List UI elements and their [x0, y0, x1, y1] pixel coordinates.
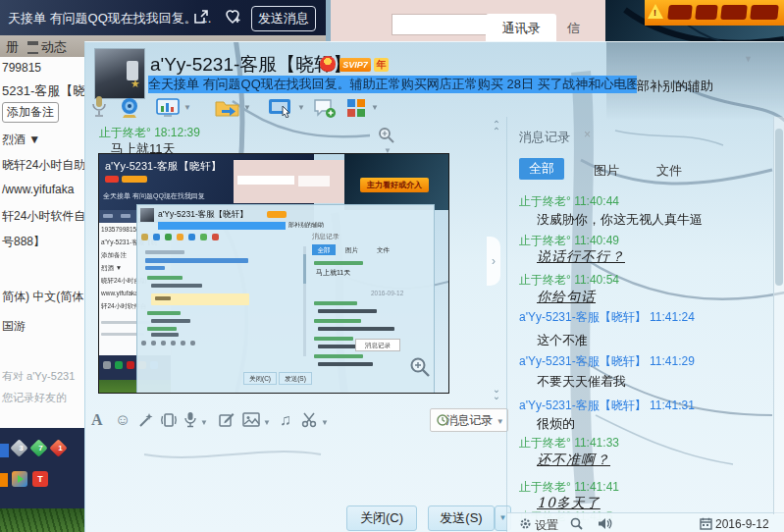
history-button-label: 消息记录	[445, 413, 493, 427]
signature-selected-text[interactable]: 全天接单 有问题QQ现在找我回复。辅助正常购买网店正常购买 28日 买了战神和心…	[148, 76, 637, 93]
apps-grid-icon[interactable]	[346, 98, 366, 118]
tab-info-partial[interactable]: 信	[567, 20, 580, 37]
record-tab-files[interactable]: 文件	[656, 162, 682, 180]
record-scrollbar[interactable]	[773, 117, 784, 514]
apps-caret[interactable]: ▼	[371, 103, 379, 112]
t-badge-icon[interactable]: T	[32, 471, 48, 487]
video-call-icon[interactable]	[119, 97, 140, 119]
list-bars-icon	[27, 41, 38, 54]
embedded-screenshot-image[interactable]: a'Yy-5231-客服【晓轩】 19357998 全天接单 有问题QQ现在找我…	[98, 153, 449, 394]
record-sender-time: 止于终老° 11:40:44	[519, 193, 619, 210]
record-message: 说话行不行？	[537, 248, 625, 266]
nested-send-button: 发送(S)	[279, 372, 312, 385]
profile-field-2: 晓轩24小时自助	[2, 157, 85, 174]
share-icon[interactable]	[192, 8, 210, 26]
speaker-icon[interactable]	[598, 517, 612, 530]
font-icon[interactable]: A	[91, 411, 103, 429]
embedded-svip-chip	[122, 176, 147, 183]
green-diamond-icon[interactable]: 7	[32, 442, 49, 458]
settings-label[interactable]: 设置	[535, 517, 558, 532]
nested-tab-images: 图片	[345, 246, 358, 255]
record-sender-time: a'Yy-5231-客服【晓轩】 11:41:24	[519, 309, 695, 326]
orange-badge-icon[interactable]	[0, 473, 8, 487]
history-button[interactable]: 消息记录 ▼	[430, 408, 508, 432]
history-caret: ▼	[497, 417, 504, 426]
embedded-pink-window	[234, 160, 344, 203]
emoji-icon[interactable]: ☺	[115, 411, 131, 429]
record-sender-time: 止于终老° 11:41:33	[519, 435, 619, 452]
ad-banner[interactable]: !	[645, 0, 784, 26]
create-group-icon[interactable]	[313, 97, 337, 119]
ad-glyph-block	[695, 5, 718, 20]
record-footer: 设置 2016-9-12	[507, 512, 784, 532]
voice-call-icon[interactable]	[89, 95, 109, 119]
record-sender-time: 止于终老° 11:41:41	[519, 479, 619, 496]
record-sender-time: a'Yy-5231-客服【晓轩】 11:41:31	[519, 398, 695, 414]
scroll-top-icon[interactable]: ⌃⌃	[489, 121, 504, 134]
screen-share-caret[interactable]: ▼	[297, 103, 305, 112]
record-message: 这个不准	[537, 332, 588, 349]
nudge-icon[interactable]	[160, 412, 178, 428]
profile-field-4: 号888】	[2, 234, 45, 250]
contacts-window: 通讯录 信	[331, 0, 643, 41]
signature-rest-text[interactable]: 部补别的辅助	[637, 78, 713, 95]
record-date[interactable]: 2016-9-12	[715, 517, 769, 531]
record-close-icon[interactable]: ×	[584, 128, 591, 141]
red-diamond-icon[interactable]: 1	[52, 442, 69, 458]
add-remark-button[interactable]: 添加备注	[2, 102, 59, 123]
video-play-icon[interactable]	[12, 471, 27, 487]
calendar-icon[interactable]	[700, 517, 712, 530]
svip-badge[interactable]: SVIP7	[340, 58, 371, 72]
nested-date: 2016-09-12	[371, 290, 403, 296]
year-vip-badge[interactable]: 年	[374, 58, 389, 72]
file-transfer-caret[interactable]: ▼	[243, 103, 251, 112]
scissors-icon[interactable]	[301, 412, 318, 428]
chat-window: a'Yy-5231-客服【晓轩】 SVIP7 年 ★ 全天接单 有问题QQ现在找…	[84, 41, 784, 532]
record-message: 很烦的	[537, 415, 575, 433]
screenshot-caret[interactable]: ▼	[183, 103, 191, 112]
profile-nickname: 5231-客服【晓	[2, 82, 85, 100]
embedded-title: a'Yy-5231-客服【晓轩】	[105, 159, 222, 174]
ad-glyph-block	[720, 5, 748, 20]
screenshot-tool-icon[interactable]	[156, 98, 180, 118]
qq-penguin-icon[interactable]	[320, 56, 336, 72]
voice-message-icon[interactable]	[183, 411, 197, 428]
record-tab-all[interactable]: 全部	[519, 158, 564, 180]
favorite-heart-plus-icon[interactable]	[224, 8, 243, 26]
blue-badge-icon[interactable]	[0, 444, 9, 457]
profile-url[interactable]: /www.yifufaka	[2, 183, 74, 196]
scrollbar-thumb[interactable]	[775, 129, 783, 286]
embedded-nested-chat-window: a'Yy-5231-客服【晓轩】 部补别的辅助	[136, 204, 435, 394]
embedded-sidebar-line: 烈酒 ▼	[101, 264, 122, 273]
image-icon[interactable]	[242, 412, 260, 427]
screen-share-icon[interactable]	[268, 98, 293, 118]
profile-field-1[interactable]: 烈酒 ▼	[2, 132, 40, 148]
voice-caret[interactable]: ▼	[200, 418, 208, 427]
record-tab-images[interactable]: 图片	[594, 162, 619, 180]
tab-contacts[interactable]: 通讯录	[486, 14, 556, 41]
message-sender-time: 止于终老° 18:12:39	[99, 125, 200, 141]
record-sender-time: 止于终老° 11:40:49	[519, 233, 619, 249]
image-caret[interactable]: ▼	[263, 418, 271, 427]
record-sender-time: 止于终老° 11:40:54	[519, 272, 619, 289]
panel-collapse-handle[interactable]: ›	[487, 237, 500, 286]
scissors-caret[interactable]: ▼	[321, 418, 329, 427]
compose-icon[interactable]	[219, 412, 235, 428]
grey-diamond-icon[interactable]: 3	[13, 442, 29, 458]
send-button[interactable]: 发送(S)	[428, 505, 495, 531]
file-transfer-icon[interactable]	[215, 98, 240, 118]
search-icon[interactable]	[570, 517, 583, 530]
magic-wand-icon[interactable]	[138, 412, 154, 428]
signature-expand-caret[interactable]: ▼	[744, 54, 753, 64]
music-icon[interactable]: ♫	[280, 411, 291, 429]
star-icon: ★	[131, 78, 140, 90]
zoom-magnifier-icon[interactable]: ▼	[378, 127, 395, 144]
scroll-bottom-icon[interactable]: ⌄⌄	[489, 386, 504, 399]
send-message-button[interactable]: 发送消息	[251, 6, 316, 31]
close-button[interactable]: 关闭(C)	[346, 505, 417, 531]
nav-item-feed[interactable]: 动态	[27, 38, 67, 56]
nav-item-album[interactable]: 册	[6, 38, 19, 56]
gear-icon[interactable]	[519, 517, 532, 530]
record-message: 你给句话	[537, 289, 596, 306]
avatar[interactable]	[94, 48, 145, 99]
